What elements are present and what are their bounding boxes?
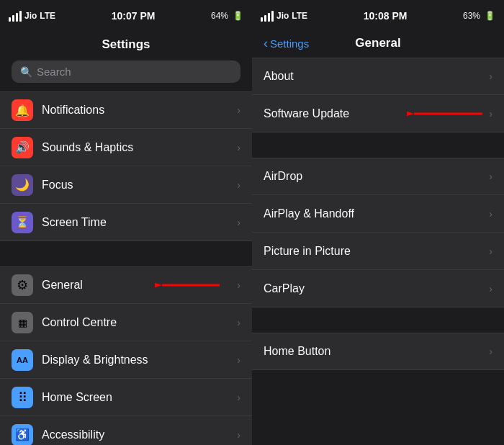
notifications-label: Notifications	[42, 104, 237, 117]
right-item-airplay[interactable]: AirPlay & Handoff ›	[252, 195, 504, 233]
chevron-icon: ›	[237, 392, 240, 403]
page-title: General	[355, 36, 400, 50]
chevron-icon: ›	[237, 142, 240, 153]
controlcentre-icon: ▦	[12, 312, 33, 333]
red-arrow-softwareupdate	[407, 103, 486, 125]
search-placeholder: Search	[37, 66, 71, 78]
right-section-1: About › Software Update ›	[252, 58, 504, 132]
signal-icon	[9, 11, 22, 22]
chevron-icon: ›	[237, 217, 240, 228]
right-list: About › Software Update ›	[252, 58, 504, 445]
chevron-icon: ›	[489, 108, 492, 120]
chevron-icon: ›	[489, 208, 492, 220]
red-arrow-general	[155, 274, 227, 296]
screentime-label: Screen Time	[42, 216, 237, 229]
right-item-softwareupdate[interactable]: Software Update ›	[252, 95, 504, 132]
right-status-bar: Jio LTE 10:08 PM 63% 🔋	[252, 0, 504, 32]
screentime-icon: ⏳	[12, 212, 33, 233]
chevron-icon: ›	[489, 171, 492, 182]
right-section-3: Home Button ›	[252, 333, 504, 370]
chevron-icon: ›	[489, 283, 492, 295]
sounds-icon: 🔊	[12, 137, 33, 158]
search-bar[interactable]: 🔍 Search	[12, 60, 240, 83]
left-status-left: Jio LTE	[9, 11, 55, 22]
left-status-right: 64% 🔋	[211, 11, 243, 21]
settings-item-sounds[interactable]: 🔊 Sounds & Haptics ›	[0, 129, 252, 166]
display-icon: AA	[12, 349, 33, 371]
right-carrier-label: Jio	[276, 11, 289, 21]
chevron-icon: ›	[489, 71, 492, 82]
back-button[interactable]: ‹ Settings	[264, 36, 309, 51]
homebutton-label: Home Button	[264, 345, 489, 358]
right-status-left: Jio LTE	[261, 11, 307, 22]
pictureinpicture-label: Picture in Picture	[264, 245, 489, 258]
settings-item-controlcentre[interactable]: ▦ Control Centre ›	[0, 304, 252, 341]
right-gap-1	[252, 132, 504, 158]
sounds-label: Sounds & Haptics	[42, 141, 237, 154]
battery-icon: 🔋	[233, 11, 243, 21]
carrier-label: Jio	[24, 11, 37, 21]
back-chevron-icon: ‹	[264, 36, 268, 51]
chevron-icon: ›	[237, 429, 240, 441]
chevron-icon: ›	[237, 279, 240, 291]
right-section-2: AirDrop › AirPlay & Handoff › Picture in…	[252, 158, 504, 307]
chevron-icon: ›	[489, 246, 492, 257]
chevron-icon: ›	[237, 317, 240, 328]
chevron-icon: ›	[237, 354, 240, 366]
right-status-right: 63% 🔋	[463, 11, 495, 21]
right-status-time: 10:08 PM	[364, 10, 408, 22]
chevron-icon: ›	[237, 104, 240, 116]
right-panel: Jio LTE 10:08 PM 63% 🔋 ‹ Settings Genera…	[252, 0, 504, 445]
left-status-time: 10:07 PM	[112, 10, 156, 22]
right-item-pictureinpicture[interactable]: Picture in Picture ›	[252, 233, 504, 270]
settings-item-focus[interactable]: 🌙 Focus ›	[0, 166, 252, 204]
airdrop-label: AirDrop	[264, 170, 489, 183]
general-icon: ⚙	[12, 274, 33, 296]
chevron-icon: ›	[237, 179, 240, 191]
airplay-label: AirPlay & Handoff	[264, 207, 489, 220]
settings-list: 🔔 Notifications › 🔊 Sounds & Haptics › 🌙…	[0, 91, 252, 445]
nav-bar: ‹ Settings General	[252, 32, 504, 58]
signal-icon-right	[261, 11, 274, 22]
right-item-about[interactable]: About ›	[252, 58, 504, 95]
section-gap	[0, 241, 252, 266]
settings-item-notifications[interactable]: 🔔 Notifications ›	[0, 91, 252, 129]
chevron-icon: ›	[489, 346, 492, 357]
right-item-airdrop[interactable]: AirDrop ›	[252, 158, 504, 195]
focus-label: Focus	[42, 179, 237, 192]
search-icon: 🔍	[20, 66, 32, 78]
left-panel: Jio LTE 10:07 PM 64% 🔋 Settings 🔍 Search…	[0, 0, 252, 445]
accessibility-label: Accessibility	[42, 428, 237, 441]
settings-title: Settings	[0, 32, 252, 60]
display-label: Display & Brightness	[42, 354, 237, 367]
notifications-icon: 🔔	[12, 99, 33, 121]
carplay-label: CarPlay	[264, 282, 489, 295]
settings-item-accessibility[interactable]: ♿ Accessibility ›	[0, 416, 252, 445]
settings-section-2: ⚙ General › ▦ Control Centre ›	[0, 266, 252, 445]
right-battery-label: 63%	[463, 11, 480, 21]
settings-item-general[interactable]: ⚙ General ›	[0, 266, 252, 304]
right-gap-2	[252, 307, 504, 333]
settings-section-1: 🔔 Notifications › 🔊 Sounds & Haptics › 🌙…	[0, 91, 252, 241]
left-status-bar: Jio LTE 10:07 PM 64% 🔋	[0, 0, 252, 32]
right-item-carplay[interactable]: CarPlay ›	[252, 270, 504, 307]
homescreen-label: Home Screen	[42, 391, 237, 404]
about-label: About	[264, 70, 489, 83]
right-item-homebutton[interactable]: Home Button ›	[252, 333, 504, 370]
right-battery-icon: 🔋	[485, 11, 495, 21]
network-label: LTE	[40, 11, 55, 21]
settings-item-display[interactable]: AA Display & Brightness ›	[0, 341, 252, 379]
focus-icon: 🌙	[12, 174, 33, 196]
settings-item-screentime[interactable]: ⏳ Screen Time ›	[0, 204, 252, 241]
accessibility-icon: ♿	[12, 424, 33, 446]
back-label: Settings	[270, 37, 309, 50]
homescreen-icon: ⠿	[12, 387, 33, 408]
right-network-label: LTE	[292, 11, 307, 21]
battery-label: 64%	[211, 11, 228, 21]
settings-item-homescreen[interactable]: ⠿ Home Screen ›	[0, 379, 252, 416]
controlcentre-label: Control Centre	[42, 316, 237, 329]
